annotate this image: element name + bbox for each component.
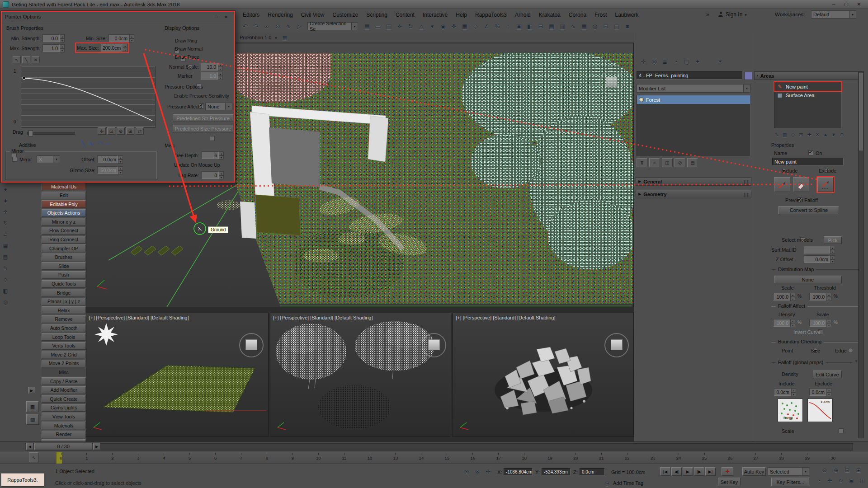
window-crossing-icon[interactable]: ◫: [383, 21, 394, 32]
predefined-size-checkbox[interactable]: [210, 136, 215, 141]
schematic-view-icon[interactable]: ▦: [579, 21, 590, 32]
pick-button[interactable]: Pick: [824, 236, 842, 244]
close-button[interactable]: ✕: [853, 1, 865, 8]
object-color-swatch[interactable]: [744, 72, 752, 80]
falloff-curve-thumbnail[interactable]: 100%: [807, 399, 833, 422]
use-pivot-center-icon[interactable]: ◉: [438, 21, 448, 32]
areas-listbox[interactable]: ✎ New paint ▦ Surface Area: [774, 82, 842, 128]
field-of-view-icon[interactable]: ◔: [814, 477, 824, 485]
curve-smooth-icon[interactable]: ∿: [13, 56, 21, 63]
mini-snap-icon[interactable]: ◇: [1, 275, 10, 284]
dist-scale-spinner[interactable]: 100.0: [773, 293, 795, 300]
mini-paint-icon[interactable]: ✎: [1, 264, 10, 273]
rollout-geometry[interactable]: ▶Geometry: [636, 190, 751, 198]
wrench-icon[interactable]: ✶: [715, 57, 725, 66]
left-panel-button[interactable]: Materials: [42, 422, 86, 429]
left-panel-button[interactable]: Auto Smooth: [42, 324, 86, 332]
select-by-name-icon[interactable]: ▤: [362, 21, 373, 32]
key-filters-button[interactable]: Key Filters...: [771, 478, 809, 486]
track-bar[interactable]: ∿ 01234567891011121314151617181920212223…: [0, 451, 868, 464]
remove-modifier-icon[interactable]: ⊘: [675, 158, 685, 167]
left-panel-button[interactable]: Loop Tools: [42, 333, 86, 341]
menu-item[interactable]: Rendering: [264, 12, 297, 18]
paint-brush-button[interactable]: [774, 177, 790, 192]
curve-editor-icon[interactable]: ∿: [568, 21, 579, 32]
left-panel-button[interactable]: Ring Connect: [42, 236, 86, 244]
gizmo-size-spinner[interactable]: 50.0cm: [97, 166, 123, 174]
object-name-field[interactable]: 4 - FP_Ferns- painting: [637, 71, 742, 80]
menu-item[interactable]: Laubwerk: [611, 12, 642, 18]
left-panel-button[interactable]: Relax: [42, 306, 86, 314]
key-mode-dropdown[interactable]: Selected: [768, 467, 809, 476]
proribbon-config-icon[interactable]: ▦: [281, 33, 289, 42]
modifier-list-dropdown[interactable]: Modifier List: [637, 84, 750, 93]
zoom-extents-curve-icon[interactable]: ⊡: [107, 127, 115, 135]
left-panel-button[interactable]: Copy / Paste: [42, 377, 86, 385]
next-frame-nudge[interactable]: ▶: [93, 443, 100, 450]
menu-item[interactable]: Customize: [329, 12, 363, 18]
left-panel-button[interactable]: Brushes: [42, 253, 86, 261]
zoom-region-curve-icon[interactable]: ⊞: [126, 127, 134, 135]
set-keys-button[interactable]: ✚: [722, 467, 733, 476]
snap-toggle-icon[interactable]: ◇: [470, 21, 481, 32]
undo-icon[interactable]: ↶: [240, 21, 250, 32]
select-and-scale-icon[interactable]: △: [416, 21, 427, 32]
tool-button[interactable]: ▧: [26, 414, 39, 425]
max-size-spinner[interactable]: 200.0cm: [101, 44, 127, 52]
marker-spinner[interactable]: 1.0: [201, 72, 223, 80]
mirror-icon[interactable]: ◧: [524, 21, 535, 32]
falloff-exclude-spinner[interactable]: 0.0cm: [809, 388, 831, 396]
ribbon-toggle-icon[interactable]: ▥: [557, 21, 568, 32]
falloff-scale-spinner[interactable]: 100.0: [809, 319, 831, 327]
select-and-rotate-icon[interactable]: ↻: [405, 21, 416, 32]
pan-icon[interactable]: ✢: [825, 477, 835, 485]
mini-curve-editor-icon[interactable]: ∿: [29, 452, 39, 462]
pin-stack-icon[interactable]: ⊼: [637, 158, 647, 167]
shape-area-icon[interactable]: ◇: [789, 131, 797, 138]
move-area-down-icon[interactable]: ▼: [830, 131, 837, 138]
mini-mirror-icon[interactable]: ◧: [1, 286, 10, 296]
angle-snap-icon[interactable]: ∠: [481, 21, 492, 32]
maximize-viewport-icon[interactable]: ▣: [846, 477, 857, 485]
predefined-str-pressure-button[interactable]: Predefined Str Pressure: [173, 114, 233, 122]
view-cube[interactable]: [239, 333, 264, 357]
on-checkbox[interactable]: [808, 150, 813, 155]
left-panel-button[interactable]: Verts Tools: [42, 342, 86, 350]
sign-in-button[interactable]: Sign In: [718, 11, 747, 18]
select-and-link-icon[interactable]: ∞: [261, 21, 272, 32]
select-and-move-icon[interactable]: ✛: [394, 21, 405, 32]
left-panel-button[interactable]: Editable Poly: [42, 200, 86, 208]
mini-rotate-icon[interactable]: ↻: [1, 219, 10, 228]
previous-frame-nudge[interactable]: ◀: [26, 443, 33, 450]
zoom-all-icon[interactable]: ⊕: [830, 466, 841, 474]
flyout-arrow-button[interactable]: ▶: [28, 387, 35, 394]
viewport-label[interactable]: [+] [Perspective] [Standard] [Default Sh…: [456, 315, 555, 320]
object-area-icon[interactable]: ⊞: [797, 131, 805, 138]
menu-item[interactable]: Interactive: [419, 12, 452, 18]
z-offset-spinner[interactable]: 0.0cm: [804, 255, 835, 263]
areas-rollout-header[interactable]: ▪Areas: [754, 71, 859, 80]
left-panel-button[interactable]: Slide: [42, 262, 86, 270]
painter-options-dialog[interactable]: Painter Options ─ ✕ Brush Properties Min…: [1, 11, 235, 183]
reference-coordinate-icon[interactable]: ▾: [427, 21, 438, 32]
left-panel-button[interactable]: Edit: [42, 192, 86, 199]
dialog-close-button[interactable]: ✕: [221, 13, 231, 20]
preset-s-curve-icon[interactable]: ∿: [88, 140, 94, 147]
left-panel-button[interactable]: Move 2 Grid: [42, 351, 86, 358]
configure-modifier-sets-icon[interactable]: ▤: [687, 158, 698, 167]
next-frame-icon[interactable]: |▶: [694, 467, 704, 476]
unlink-selection-icon[interactable]: ⊘: [272, 21, 283, 32]
scrollbar-thumb[interactable]: [859, 73, 863, 150]
rollout-general[interactable]: ▶General: [636, 177, 751, 186]
modifier-stack[interactable]: Forest: [637, 95, 750, 156]
view-cube[interactable]: [422, 333, 446, 357]
menu-item[interactable]: RappaTools3: [471, 12, 511, 18]
dist-threshold-spinner[interactable]: 100.0: [809, 293, 831, 300]
menu-item[interactable]: Editors: [239, 12, 264, 18]
menu-item[interactable]: Help: [452, 12, 471, 18]
left-panel-button[interactable]: Quick Tools: [42, 280, 86, 288]
move-area-up-icon[interactable]: ▲: [822, 131, 829, 138]
paint-area-icon[interactable]: ✎: [773, 131, 780, 138]
menu-item[interactable]: Corona: [565, 12, 590, 18]
selection-lock-icon[interactable]: ⊠: [473, 468, 482, 476]
